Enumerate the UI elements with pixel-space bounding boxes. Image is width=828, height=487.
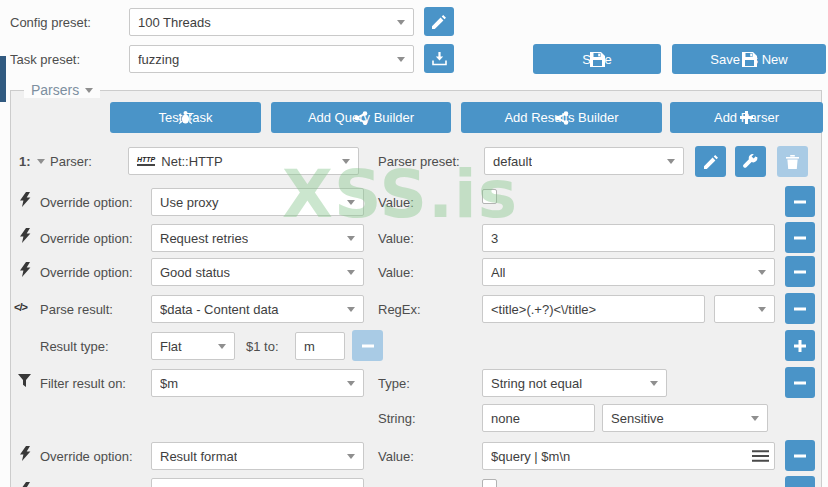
parser-preset-label: Parser preset: [378,154,460,169]
result-type-select[interactable]: Flat [151,332,235,360]
parsers-legend-label: Parsers [31,82,79,98]
edit-config-preset-button[interactable] [424,7,454,36]
save-icon [590,52,605,67]
use-proxy-row-label: Override option: [40,195,133,210]
next-option-checkbox[interactable] [482,479,497,487]
parse-result-label: Parse result: [40,302,113,317]
override-icon [20,262,31,277]
plus-icon [793,339,807,353]
remove-result-format-button[interactable] [785,440,815,471]
result-format-option-value: Result format [160,449,237,464]
add-parser-button[interactable]: Add Parser [670,102,823,133]
parser-select[interactable]: HTTP Net::HTTP [128,147,359,175]
chevron-down-icon [342,159,350,164]
http-parser-icon: HTTP [137,156,155,166]
regex-label: RegEx: [378,302,421,317]
use-proxy-option-value: Use proxy [160,195,219,210]
result-format-option-select[interactable]: Result format [151,442,364,470]
filter-string-input[interactable] [482,404,595,432]
parsers-legend[interactable]: Parsers [24,82,100,98]
side-panel-tab[interactable] [0,56,6,102]
request-retries-option-select[interactable]: Request retries [151,224,364,252]
chevron-down-icon [347,270,355,275]
chevron-down-icon [397,57,405,62]
good-status-row-label: Override option: [40,265,133,280]
filter-case-select[interactable]: Sensitive [602,404,768,432]
parser-label: Parser: [50,154,92,169]
regex-flags-select[interactable] [714,295,775,323]
capture-to-input[interactable] [295,332,345,360]
good-status-value: All [491,265,505,280]
remove-parse-result-button[interactable] [785,293,815,324]
filter-icon [18,374,31,387]
good-status-option-value: Good status [160,265,230,280]
minus-icon [793,195,807,209]
filter-type-value: String not equal [491,376,582,391]
parser-settings-button[interactable] [735,146,766,177]
override-icon [20,228,31,243]
good-status-value-select[interactable]: All [482,258,775,286]
override-icon [20,446,31,461]
remove-filter-button[interactable] [785,367,815,398]
override-icon [20,482,31,487]
result-type-value: Flat [160,339,182,354]
config-preset-select[interactable]: 100 Threads [129,8,414,36]
parse-result-source-select[interactable]: $data - Content data [151,295,364,323]
next-option-select[interactable] [151,478,364,487]
parser-collapse-icon[interactable] [37,159,45,164]
result-format-field [482,442,775,470]
task-preset-value: fuzzing [138,52,179,67]
use-proxy-option-select[interactable]: Use proxy [151,188,364,216]
filter-type-select[interactable]: String not equal [482,369,667,397]
regex-input[interactable] [482,295,705,323]
request-retries-value-label: Value: [378,231,414,246]
task-preset-select[interactable]: fuzzing [129,45,414,73]
minus-icon [793,449,807,463]
template-editor-icon[interactable] [752,450,769,465]
remove-next-option-button[interactable] [785,476,815,487]
chevron-down-icon [758,307,766,312]
save-as-new-button[interactable]: Save As New [672,44,826,74]
save-icon [742,52,757,67]
add-results-builder-button[interactable]: Add Results Builder [461,102,662,133]
bug-icon [178,110,193,125]
pencil-icon [704,155,718,169]
wrench-icon [743,154,758,169]
save-button[interactable]: Save [533,44,661,74]
load-task-preset-button[interactable] [424,44,454,73]
filter-on-select[interactable]: $m [151,369,364,397]
use-proxy-checkbox[interactable] [482,189,497,204]
test-task-button[interactable]: Test Task [110,102,261,133]
chevron-down-icon [347,236,355,241]
result-format-value-label: Value: [378,449,414,464]
config-preset-label: Config preset: [10,15,91,30]
remove-capture-button[interactable] [352,330,383,361]
filter-type-label: Type: [378,376,410,391]
parser-preset-select[interactable]: default [484,147,684,175]
chevron-down-icon [347,454,355,459]
add-query-builder-button[interactable]: Add Query Builder [271,102,451,133]
filter-string-label: String: [378,411,416,426]
minus-icon [793,231,807,245]
chevron-down-icon [667,159,675,164]
filter-result-label: Filter result on: [40,376,126,391]
good-status-value-label: Value: [378,265,414,280]
remove-use-proxy-button[interactable] [785,186,815,217]
plus-icon [740,111,753,124]
remove-good-status-button[interactable] [785,256,815,287]
override-icon [20,192,31,207]
result-format-value-input[interactable] [482,442,775,470]
add-capture-button[interactable] [785,330,815,361]
delete-parser-button[interactable] [777,146,808,177]
parse-result-source-value: $data - Content data [160,302,279,317]
good-status-option-select[interactable]: Good status [151,258,364,286]
use-proxy-value-label: Value: [378,195,414,210]
minus-icon [361,339,375,353]
chevron-down-icon [85,88,93,93]
minus-icon [793,302,807,316]
request-retries-row-label: Override option: [40,231,133,246]
remove-request-retries-button[interactable] [785,222,815,253]
edit-parser-preset-button[interactable] [695,146,726,177]
parser-value: Net::HTTP [161,154,222,169]
request-retries-value-input[interactable] [482,224,775,252]
